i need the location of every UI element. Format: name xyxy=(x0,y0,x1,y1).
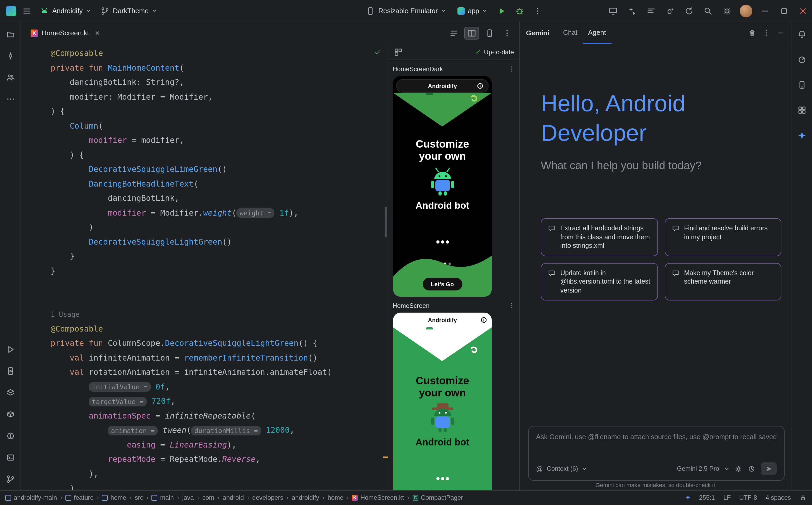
run-configuration-selector[interactable]: app xyxy=(454,5,491,17)
preview-kebab-icon[interactable] xyxy=(507,302,515,309)
file-encoding[interactable]: UTF-8 xyxy=(739,494,757,501)
sync-project-button[interactable] xyxy=(682,4,696,18)
preview-canvas: HomeScreenDark Androidify xyxy=(388,60,519,490)
breadcrumb-item[interactable]: developers xyxy=(252,494,283,501)
scrollbar-change-marker xyxy=(383,457,388,458)
code-line: ) { xyxy=(51,105,388,119)
project-tool-button[interactable] xyxy=(3,27,17,41)
problems-tool-button[interactable] xyxy=(3,429,17,443)
running-devices-tool-button[interactable] xyxy=(3,364,17,378)
code-line: modifier: Modifier = Modifier, xyxy=(51,90,388,105)
suggestion-card[interactable]: Find and resolve build errors in my proj… xyxy=(665,218,781,256)
ai-status-icon[interactable]: ✦ xyxy=(685,494,691,501)
commit-tool-button[interactable] xyxy=(3,49,17,63)
gemini-actions-button[interactable] xyxy=(625,4,639,18)
breadcrumb-separator: › xyxy=(322,494,325,501)
breadcrumb-item[interactable]: com xyxy=(202,494,214,501)
run-tool-button[interactable] xyxy=(3,343,17,356)
maximize-button[interactable] xyxy=(777,6,791,16)
breadcrumb-item[interactable]: androidify xyxy=(292,494,319,501)
breadcrumb-item[interactable]: feature xyxy=(66,494,94,501)
history-icon[interactable] xyxy=(747,465,756,473)
pull-requests-tool-button[interactable] xyxy=(3,70,17,85)
breadcrumb-item[interactable]: CCompactPager xyxy=(412,494,463,501)
gemini-prompt-input[interactable] xyxy=(536,433,777,441)
logcat-button[interactable] xyxy=(644,4,658,18)
model-selector[interactable]: Gemini 2.5 Pro xyxy=(677,465,719,472)
breadcrumb-separator: › xyxy=(286,494,288,501)
settings-button[interactable] xyxy=(720,4,734,18)
app-inspection-tool-button[interactable] xyxy=(3,407,17,421)
activity-bar xyxy=(0,22,21,490)
code-editor[interactable]: @Composableprivate fun MainHomeContent( … xyxy=(21,44,388,490)
lock-icon[interactable] xyxy=(799,494,807,501)
breadcrumb-item[interactable]: home xyxy=(328,494,343,501)
more-run-actions-button[interactable] xyxy=(531,4,545,18)
minimize-button[interactable] xyxy=(758,6,772,16)
breadcrumb-item[interactable]: main xyxy=(152,494,174,501)
line-separator[interactable]: LF xyxy=(723,494,731,501)
tab-agent[interactable]: Agent xyxy=(583,22,611,44)
user-avatar[interactable] xyxy=(739,4,753,18)
preview-item-header: HomeScreenDark xyxy=(392,65,515,73)
tab-close-icon[interactable]: ✕ xyxy=(95,29,100,37)
breadcrumb-item[interactable]: androidify-main xyxy=(5,494,57,501)
breadcrumb-item[interactable]: android xyxy=(223,494,244,501)
send-button[interactable] xyxy=(761,462,777,475)
hide-panel-icon[interactable] xyxy=(777,29,785,37)
code-line: targetValue = 720f, xyxy=(51,394,388,409)
android-head-icon xyxy=(39,6,49,16)
kebab-icon[interactable] xyxy=(763,29,770,37)
inspections-ok-icon[interactable] xyxy=(374,48,381,58)
trash-icon[interactable] xyxy=(748,29,756,37)
tab-chat[interactable]: Chat xyxy=(558,22,583,44)
chevron-down-icon xyxy=(482,8,487,13)
indent-setting[interactable]: 4 spaces xyxy=(766,494,791,501)
build-variants-tool-button[interactable] xyxy=(3,386,17,399)
main-menu-button[interactable] xyxy=(20,4,34,18)
gear-icon[interactable] xyxy=(734,465,742,473)
code-view-button[interactable] xyxy=(446,27,461,39)
branch-selector[interactable]: DarkTheme xyxy=(97,4,160,18)
suggestion-card[interactable]: Update kotlin in @libs.version.toml to t… xyxy=(541,263,658,301)
split-view-button[interactable] xyxy=(464,27,479,39)
gemini-content: Hello, Android Developer What can I help… xyxy=(520,44,791,490)
more-tool-windows-button[interactable] xyxy=(3,92,17,106)
device-mirroring-button[interactable] xyxy=(606,4,620,18)
app-insights-button[interactable] xyxy=(663,4,677,18)
version-control-tool-button[interactable] xyxy=(3,472,17,486)
resource-manager-button[interactable] xyxy=(795,103,809,117)
device-manager-button[interactable] xyxy=(795,78,809,92)
editor-scrollbar[interactable] xyxy=(385,207,387,237)
gemini-input-box[interactable]: @ Context (6) Gemini 2.5 Pro xyxy=(528,426,785,481)
preview-kebab-icon[interactable] xyxy=(507,65,515,73)
breadcrumb-item[interactable]: java xyxy=(182,494,194,501)
breadcrumb-item[interactable]: KHomeScreen.kt xyxy=(352,494,404,501)
preview-layout-icon[interactable] xyxy=(393,47,403,57)
debug-button[interactable] xyxy=(513,4,527,18)
design-view-button[interactable] xyxy=(482,27,497,39)
breadcrumb-item[interactable]: home xyxy=(102,494,126,501)
code-view-icon xyxy=(449,28,459,38)
tab-homescreen-kt[interactable]: K HomeScreen.kt ✕ xyxy=(26,22,104,44)
context-selector[interactable]: Context (6) xyxy=(547,465,578,472)
project-selector[interactable]: Androidify xyxy=(36,4,95,18)
debug-bug-icon xyxy=(515,6,525,16)
breadcrumb-separator: › xyxy=(97,494,99,501)
code-line xyxy=(51,293,388,307)
suggestion-card[interactable]: Extract all hardcoded strings from this … xyxy=(541,218,658,256)
breadcrumb-item[interactable]: src xyxy=(135,494,143,501)
suggestion-card[interactable]: Make my Theme's color scheme warmer xyxy=(665,263,781,301)
search-everywhere-button[interactable] xyxy=(701,4,715,18)
caret-position[interactable]: 255:1 xyxy=(699,494,715,501)
send-icon xyxy=(765,465,772,472)
run-button[interactable] xyxy=(495,4,509,18)
gemini-tool-button[interactable] xyxy=(795,129,809,142)
terminal-tool-button[interactable] xyxy=(3,451,17,464)
editor-options-button[interactable] xyxy=(500,26,514,40)
notifications-button[interactable] xyxy=(795,27,809,41)
profiler-button[interactable] xyxy=(795,53,809,66)
git-branch-icon xyxy=(6,474,15,484)
device-selector[interactable]: Resizable Emulator xyxy=(362,4,449,18)
close-button[interactable] xyxy=(796,6,810,16)
